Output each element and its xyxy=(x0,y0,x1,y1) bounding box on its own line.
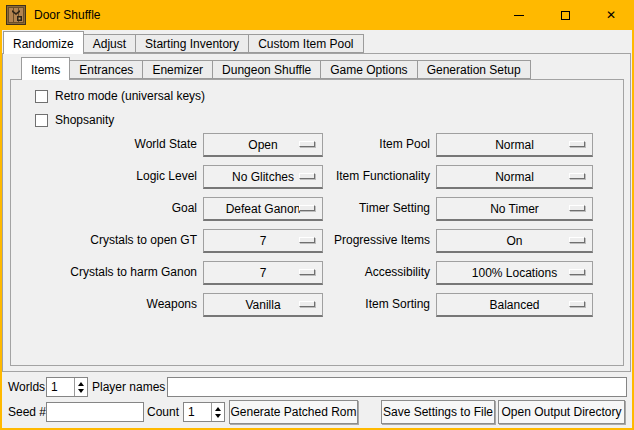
dropdown-value: Normal xyxy=(495,170,534,184)
tab-dungeon-shuffle[interactable]: Dungeon Shuffle xyxy=(212,60,321,79)
dropdown-indicator-icon xyxy=(569,205,585,211)
retro-mode-checkbox[interactable]: Retro mode (universal keys) xyxy=(35,89,205,103)
dropdown-value: No Glitches xyxy=(232,170,294,184)
checkbox-label: Retro mode (universal keys) xyxy=(55,89,205,103)
app-window: Door Shuffle ✕ Randomize Adjust Starting… xyxy=(0,0,634,430)
window-controls: ✕ xyxy=(496,0,634,30)
maximize-button[interactable] xyxy=(542,0,588,30)
logic-level-label: Logic Level xyxy=(22,169,197,183)
dropdown-indicator-icon xyxy=(569,173,585,179)
tab-adjust[interactable]: Adjust xyxy=(83,34,136,53)
spinner-value: 1 xyxy=(184,403,211,421)
maximize-icon xyxy=(561,11,570,20)
player-names-input[interactable] xyxy=(167,377,627,397)
tab-items[interactable]: Items xyxy=(21,57,70,80)
progressive-items-label: Progressive Items xyxy=(292,233,430,247)
shopsanity-checkbox[interactable]: Shopsanity xyxy=(35,113,114,127)
generate-patched-rom-button[interactable]: Generate Patched Rom xyxy=(229,400,358,424)
spinner-arrows[interactable] xyxy=(211,403,224,421)
worlds-spinner[interactable]: 1 xyxy=(46,377,88,397)
item-sorting-label: Item Sorting xyxy=(292,297,430,311)
dropdown-value: Vanilla xyxy=(245,298,280,312)
spinner-value: 1 xyxy=(47,378,74,396)
door-icon xyxy=(6,5,26,25)
crystals-harm-ganon-label: Crystals to harm Ganon xyxy=(22,265,197,279)
timer-setting-dropdown[interactable]: No Timer xyxy=(436,197,593,221)
item-sorting-dropdown[interactable]: Balanced xyxy=(436,293,593,317)
close-icon: ✕ xyxy=(606,9,616,21)
spin-up-icon[interactable] xyxy=(78,382,84,386)
dropdown-indicator-icon xyxy=(569,237,585,243)
close-button[interactable]: ✕ xyxy=(588,0,634,30)
count-label: Count xyxy=(147,405,179,419)
world-state-label: World State xyxy=(22,137,197,151)
item-pool-dropdown[interactable]: Normal xyxy=(436,133,593,157)
seed-label: Seed # xyxy=(8,405,46,419)
open-output-directory-button[interactable]: Open Output Directory xyxy=(498,400,625,424)
dropdown-indicator-icon xyxy=(569,301,585,307)
minimize-icon xyxy=(514,15,524,16)
dropdown-value: Open xyxy=(248,138,277,152)
tab-starting-inventory[interactable]: Starting Inventory xyxy=(135,34,249,53)
worlds-label: Worlds xyxy=(8,380,45,394)
minimize-button[interactable] xyxy=(496,0,542,30)
crystals-open-gt-label: Crystals to open GT xyxy=(22,233,197,247)
client-area: Randomize Adjust Starting Inventory Cust… xyxy=(2,30,632,428)
dropdown-indicator-icon xyxy=(569,269,585,275)
accessibility-label: Accessibility xyxy=(292,265,430,279)
dropdown-value: 7 xyxy=(260,234,267,248)
tab-generation-setup[interactable]: Generation Setup xyxy=(417,60,531,79)
dropdown-value: Defeat Ganon xyxy=(226,202,301,216)
tab-randomize[interactable]: Randomize xyxy=(3,31,84,54)
main-tabbar: Randomize Adjust Starting Inventory Cust… xyxy=(3,31,363,53)
dropdown-value: On xyxy=(506,234,522,248)
item-pool-label: Item Pool xyxy=(292,137,430,151)
checkbox-icon[interactable] xyxy=(35,114,48,127)
dropdown-indicator-icon xyxy=(569,141,585,147)
window-title: Door Shuffle xyxy=(34,8,101,22)
titlebar: Door Shuffle ✕ xyxy=(0,0,634,30)
sub-tabbar: Items Entrances Enemizer Dungeon Shuffle… xyxy=(21,57,530,79)
timer-setting-label: Timer Setting xyxy=(292,201,430,215)
save-settings-button[interactable]: Save Settings to File xyxy=(381,400,495,424)
dropdown-value: 100% Locations xyxy=(472,266,557,280)
count-spinner[interactable]: 1 xyxy=(183,402,225,422)
accessibility-dropdown[interactable]: 100% Locations xyxy=(436,261,593,285)
tab-entrances[interactable]: Entrances xyxy=(69,60,143,79)
tab-custom-item-pool[interactable]: Custom Item Pool xyxy=(248,34,363,53)
spin-down-icon[interactable] xyxy=(78,389,84,393)
progressive-items-dropdown[interactable]: On xyxy=(436,229,593,253)
player-names-label: Player names xyxy=(92,380,165,394)
spinner-arrows[interactable] xyxy=(74,378,87,396)
spin-up-icon[interactable] xyxy=(215,407,221,411)
seed-input[interactable] xyxy=(46,402,144,422)
tab-game-options[interactable]: Game Options xyxy=(320,60,417,79)
weapons-label: Weapons xyxy=(22,297,197,311)
dropdown-value: Balanced xyxy=(489,298,539,312)
dropdown-value: Normal xyxy=(495,138,534,152)
item-functionality-label: Item Functionality xyxy=(292,169,430,183)
checkbox-icon[interactable] xyxy=(35,90,48,103)
checkbox-label: Shopsanity xyxy=(55,113,114,127)
tab-enemizer[interactable]: Enemizer xyxy=(142,60,213,79)
dropdown-value: 7 xyxy=(260,266,267,280)
dropdown-value: No Timer xyxy=(490,202,539,216)
goal-label: Goal xyxy=(22,201,197,215)
item-functionality-dropdown[interactable]: Normal xyxy=(436,165,593,189)
spin-down-icon[interactable] xyxy=(215,414,221,418)
